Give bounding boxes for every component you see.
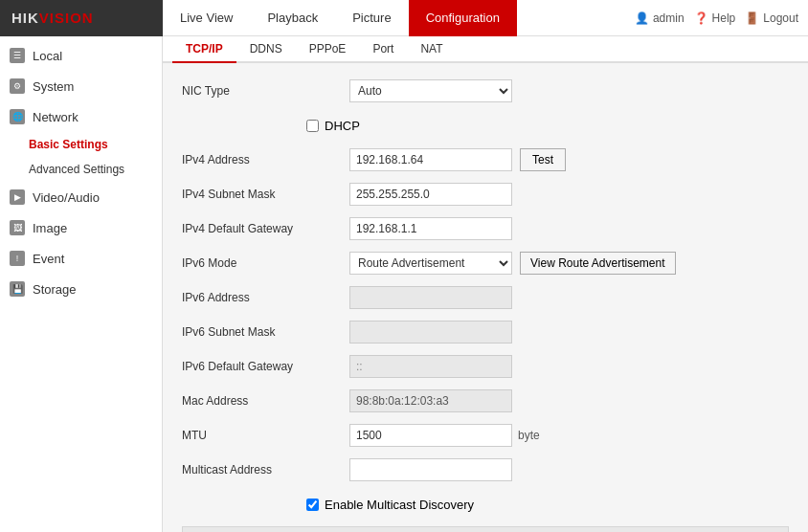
- mac-address-label: Mac Address: [182, 394, 349, 408]
- tab-port[interactable]: Port: [359, 36, 407, 63]
- mtu-row: MTU byte: [182, 423, 789, 448]
- mac-address-row: Mac Address: [182, 388, 789, 413]
- dhcp-checkbox[interactable]: [306, 120, 319, 132]
- sidebar-sub-network: Basic Settings Advanced Settings: [0, 132, 162, 182]
- tab-ddns[interactable]: DDNS: [236, 36, 296, 63]
- ipv6-mode-row: IPv6 Mode Route Advertisement DHCP Manua…: [182, 251, 789, 276]
- sidebar-item-image[interactable]: 🖼 Image: [0, 212, 162, 243]
- sidebar-label-event: Event: [33, 252, 64, 266]
- tab-bar: TCP/IP DDNS PPPoE Port NAT: [163, 36, 808, 63]
- nav-right: 👤 admin ❓ Help 🚪 Logout: [635, 11, 808, 25]
- ipv4-address-row: IPv4 Address Test: [182, 147, 789, 172]
- tab-pppoe[interactable]: PPPoE: [296, 36, 360, 63]
- nav-live-view[interactable]: Live View: [163, 0, 250, 36]
- ipv4-address-label: IPv4 Address: [182, 153, 349, 166]
- sidebar-label-local: Local: [33, 49, 62, 63]
- storage-icon: 💾: [10, 281, 25, 297]
- help-button[interactable]: ❓ Help: [694, 11, 736, 25]
- nic-type-row: NIC Type Auto 10M/100M/1000M Self-adapti…: [182, 78, 789, 103]
- mac-address-input: [349, 389, 512, 412]
- sidebar-label-system: System: [33, 79, 74, 94]
- enable-multicast-row: Enable Multicast Discovery: [182, 492, 789, 517]
- user-menu[interactable]: 👤 admin: [635, 11, 685, 25]
- nav-configuration[interactable]: Configuration: [409, 0, 517, 36]
- image-icon: 🖼: [10, 220, 25, 235]
- local-icon: ☰: [10, 48, 25, 63]
- ipv6-address-row: IPv6 Address: [182, 285, 789, 310]
- ipv6-subnet-row: IPv6 Subnet Mask: [182, 320, 789, 344]
- ipv4-gateway-input[interactable]: [349, 217, 512, 240]
- ipv4-gateway-row: IPv4 Default Gateway: [182, 216, 789, 241]
- ipv4-gateway-label: IPv4 Default Gateway: [182, 222, 349, 235]
- nav-picture[interactable]: Picture: [335, 0, 408, 36]
- sidebar-item-network[interactable]: 🌐 Network: [0, 101, 162, 132]
- form-area: NIC Type Auto 10M/100M/1000M Self-adapti…: [163, 63, 808, 532]
- sidebar-label-video-audio: Video/Audio: [33, 190, 100, 205]
- ipv6-mode-label: IPv6 Mode: [182, 256, 349, 270]
- sidebar-label-network: Network: [33, 110, 79, 124]
- dns-section-header: DNS Server: [182, 526, 789, 532]
- video-icon: ▶: [10, 189, 25, 205]
- event-icon: !: [10, 251, 25, 266]
- sidebar: ☰ Local ⚙ System 🌐 Network Basic Setting…: [0, 36, 163, 532]
- sidebar-advanced-settings[interactable]: Advanced Settings: [29, 157, 162, 182]
- sidebar-label-storage: Storage: [33, 282, 77, 297]
- ipv6-subnet-label: IPv6 Subnet Mask: [182, 325, 349, 339]
- network-icon: 🌐: [10, 109, 25, 124]
- ipv4-address-input[interactable]: [349, 148, 512, 171]
- view-route-button[interactable]: View Route Advertisement: [520, 252, 676, 275]
- mtu-unit: byte: [518, 429, 540, 442]
- nav-playback[interactable]: Playback: [250, 0, 335, 36]
- dhcp-label: DHCP: [325, 119, 360, 133]
- sidebar-item-local[interactable]: ☰ Local: [0, 40, 162, 71]
- ipv4-subnet-row: IPv4 Subnet Mask: [182, 182, 789, 207]
- logout-button[interactable]: 🚪 Logout: [745, 11, 798, 25]
- ipv4-subnet-label: IPv4 Subnet Mask: [182, 188, 349, 201]
- main-layout: ☰ Local ⚙ System 🌐 Network Basic Setting…: [0, 36, 808, 532]
- user-icon: 👤: [635, 11, 649, 25]
- mtu-label: MTU: [182, 429, 349, 442]
- nav-items: Live View Playback Picture Configuration: [163, 0, 635, 36]
- system-icon: ⚙: [10, 78, 25, 94]
- ipv6-mode-select[interactable]: Route Advertisement DHCP Manual: [349, 252, 512, 275]
- enable-multicast-label: Enable Multicast Discovery: [325, 498, 474, 512]
- content-area: TCP/IP DDNS PPPoE Port NAT NIC Type Auto…: [163, 36, 808, 532]
- logout-icon: 🚪: [745, 11, 759, 25]
- sidebar-item-storage[interactable]: 💾 Storage: [0, 274, 162, 304]
- logo: HIKVISION: [0, 0, 163, 36]
- sidebar-item-system[interactable]: ⚙ System: [0, 71, 162, 101]
- multicast-label: Multicast Address: [182, 463, 349, 477]
- sidebar-label-image: Image: [33, 221, 67, 235]
- ipv6-gateway-row: IPv6 Default Gateway: [182, 354, 789, 379]
- nic-type-label: NIC Type: [182, 84, 349, 98]
- ipv6-address-input[interactable]: [349, 286, 512, 309]
- ipv6-gateway-input[interactable]: [349, 355, 512, 378]
- multicast-input[interactable]: [349, 458, 512, 481]
- tab-nat[interactable]: NAT: [407, 36, 456, 63]
- logo-text: HIKVISION: [11, 10, 94, 26]
- sidebar-basic-settings[interactable]: Basic Settings: [29, 132, 162, 157]
- sidebar-item-video-audio[interactable]: ▶ Video/Audio: [0, 182, 162, 212]
- nic-type-select[interactable]: Auto 10M/100M/1000M Self-adaptive 10M Ha…: [349, 79, 512, 102]
- test-button[interactable]: Test: [520, 148, 566, 171]
- tab-tcp-ip[interactable]: TCP/IP: [172, 36, 236, 63]
- multicast-address-row: Multicast Address: [182, 457, 789, 482]
- help-icon: ❓: [694, 11, 708, 25]
- ipv4-subnet-input[interactable]: [349, 183, 512, 206]
- username: admin: [653, 11, 685, 25]
- enable-multicast-checkbox[interactable]: [306, 499, 319, 511]
- ipv6-gateway-label: IPv6 Default Gateway: [182, 360, 349, 373]
- top-nav: HIKVISION Live View Playback Picture Con…: [0, 0, 808, 36]
- ipv6-address-label: IPv6 Address: [182, 291, 349, 304]
- ipv6-subnet-input[interactable]: [349, 321, 512, 344]
- sidebar-item-event[interactable]: ! Event: [0, 243, 162, 274]
- dhcp-row: DHCP: [182, 113, 789, 138]
- mtu-input[interactable]: [349, 424, 512, 447]
